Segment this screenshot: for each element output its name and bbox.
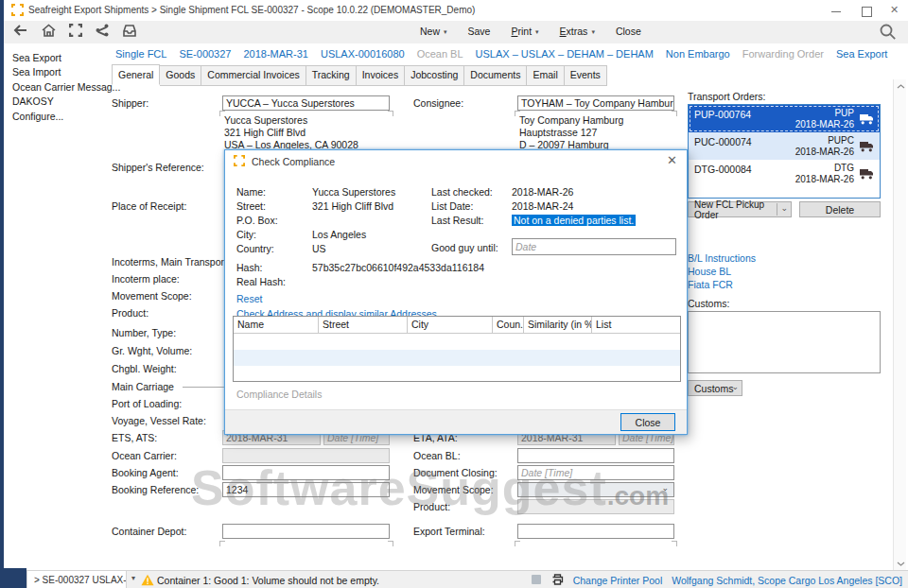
shipper-address: Yucca Superstores 321 High Cliff Blvd US… — [224, 114, 389, 151]
breadcrumb-shipment-type[interactable]: Single FCL — [115, 48, 166, 60]
tab-commercial-invoices[interactable]: Commercial Invoices — [201, 65, 306, 86]
breadcrumb-route[interactable]: USLAX – USLAX – DEHAM – DEHAM — [476, 48, 654, 60]
transport-order-row[interactable]: DTG-000084 DTG 2018-MAR-26 — [689, 160, 880, 187]
breadcrumb-ocean-bl: Ocean BL — [417, 48, 463, 60]
note-icon[interactable] — [531, 574, 542, 587]
document-tab[interactable]: > SE-000327 USLAX-00... — [26, 571, 127, 588]
column-street[interactable]: Street — [319, 317, 408, 333]
breadcrumb-shipment-number[interactable]: SE-000327 — [179, 48, 231, 60]
dialog-close-icon[interactable]: ✕ — [667, 153, 677, 167]
booking-reference-input[interactable]: 1234 — [222, 482, 390, 497]
ocean-carrier-input[interactable] — [222, 448, 390, 463]
sidebar-item-configure[interactable]: Configure... — [12, 110, 107, 124]
house-bl-link[interactable]: House BL — [688, 266, 731, 277]
number-type-label: Number, Type: — [112, 327, 176, 338]
scroll-down-icon[interactable] — [894, 557, 907, 570]
column-country[interactable]: Coun... — [493, 317, 524, 333]
home-icon[interactable] — [42, 24, 56, 37]
tray-icon[interactable] — [122, 24, 137, 37]
incoterms-label: Incoterms, Main Transport: — [112, 256, 230, 268]
good-guy-until-label: Good guy until: — [431, 242, 498, 253]
column-list[interactable]: List — [592, 317, 680, 333]
sidebar-item-sea-export[interactable]: Sea Export — [12, 51, 107, 65]
ets-ats-label: ETS, ATS: — [112, 432, 157, 443]
bl-instructions-link[interactable]: B/L Instructions — [688, 252, 756, 264]
container-depot-input[interactable] — [222, 524, 390, 539]
compliance-details-label: Compliance Details — [236, 389, 322, 400]
transport-order-row[interactable]: PUP-000764 PUP 2018-MAR-26 — [689, 105, 880, 132]
tab-email[interactable]: Email — [527, 65, 564, 86]
table-row — [234, 334, 680, 350]
change-printer-pool-link[interactable]: Change Printer Pool — [573, 575, 663, 586]
sidebar-item-sea-import[interactable]: Sea Import — [12, 65, 107, 79]
maximize-button[interactable] — [861, 6, 871, 16]
column-name[interactable]: Name — [234, 317, 319, 333]
sidebar: Sea Export Sea Import Ocean Carrier Mess… — [12, 51, 107, 124]
good-guy-until-input[interactable]: Date — [512, 238, 676, 255]
product-right-label: Product: — [413, 501, 450, 512]
titlebar: Seafreight Export Shipments > Single Shi… — [4, 0, 908, 21]
column-similarity[interactable]: Similarity (in %) — [524, 317, 592, 333]
scroll-up-icon[interactable] — [894, 79, 907, 93]
tab-events[interactable]: Events — [565, 65, 607, 86]
back-arrow-icon[interactable] — [13, 24, 28, 37]
tab-documents[interactable]: Documents — [464, 65, 527, 86]
product-input[interactable] — [517, 499, 674, 514]
printer-icon[interactable] — [551, 574, 564, 587]
sidebar-item-dakosy[interactable]: DAKOSY — [12, 95, 107, 109]
minimize-button[interactable] — [831, 6, 842, 16]
menu-print[interactable]: Print — [511, 26, 538, 37]
close-window-button[interactable] — [890, 6, 900, 16]
menu-extras[interactable]: Extras — [560, 26, 595, 37]
app-icon — [11, 4, 24, 18]
customs-button[interactable]: Customs — [688, 380, 742, 396]
shipper-input[interactable]: YUCCA – Yucca Superstores — [222, 95, 390, 111]
breadcrumb-reference[interactable]: USLAX-00016080 — [321, 48, 405, 60]
transport-orders-list: PUP-000764 PUP 2018-MAR-26 PUC-000074 PU… — [688, 104, 881, 199]
consignee-input[interactable]: TOYHAM – Toy Company Hamburg — [517, 95, 674, 111]
last-checked-label: Last checked: — [431, 186, 493, 198]
vertical-scrollbar[interactable] — [893, 79, 906, 570]
breadcrumb-date[interactable]: 2018-MAR-31 — [243, 48, 307, 60]
tab-general[interactable]: General — [112, 64, 160, 85]
ocean-bl-label: Ocean BL: — [413, 450, 461, 461]
breadcrumb-embargo[interactable]: Non Embargo — [666, 48, 730, 60]
movement-scope-dropdown[interactable] — [517, 482, 674, 497]
container-depot-label: Container Depot: — [112, 526, 186, 537]
fiata-fcr-link[interactable]: Fiata FCR — [688, 279, 733, 290]
table-header-row: Name Street City Coun... Similarity (in … — [234, 317, 680, 334]
menu-close[interactable]: Close — [616, 26, 641, 37]
ocean-carrier-label: Ocean Carrier: — [112, 450, 177, 461]
column-city[interactable]: City — [408, 317, 493, 333]
transport-order-row[interactable]: PUC-000074 PUPC 2018-MAR-26 — [689, 132, 880, 160]
validation-message: Container 1: Good 1: Volume should not b… — [157, 575, 379, 586]
search-icon[interactable] — [879, 23, 897, 43]
expand-icon[interactable] — [69, 24, 82, 37]
document-tab-caret-icon[interactable]: ▾ — [131, 574, 135, 582]
document-closing-input[interactable]: Date [Time] — [517, 465, 674, 480]
transport-orders-label: Transport Orders: — [688, 91, 765, 102]
customs-list[interactable] — [688, 311, 881, 373]
ocean-bl-input[interactable] — [517, 448, 674, 463]
street-label: Street: — [236, 200, 266, 212]
menu-new[interactable]: New — [420, 26, 447, 37]
export-terminal-input[interactable] — [517, 524, 674, 539]
tab-jobcosting[interactable]: Jobcosting — [405, 65, 464, 86]
tab-goods[interactable]: Goods — [160, 65, 201, 86]
menu-save[interactable]: Save — [468, 26, 491, 37]
delete-button[interactable]: Delete — [799, 201, 881, 217]
tab-tracking[interactable]: Tracking — [306, 65, 357, 86]
dialog-title: Check Compliance — [252, 156, 335, 167]
share-icon[interactable] — [96, 24, 109, 37]
sidebar-item-ocean-carrier-messages[interactable]: Ocean Carrier Messag... — [12, 80, 107, 95]
breadcrumb-sea-export[interactable]: Sea Export — [836, 48, 887, 60]
booking-agent-input[interactable] — [222, 465, 390, 480]
window-title: Seafreight Export Shipments > Single Shi… — [28, 5, 475, 15]
new-fcl-pickup-order-button[interactable]: New FCL Pickup Order — [688, 201, 792, 217]
tab-invoices[interactable]: Invoices — [357, 65, 406, 86]
user-profile-link[interactable]: Wolfgang Schmidt, Scope Cargo Los Angele… — [672, 575, 902, 586]
reset-link[interactable]: Reset — [236, 293, 262, 304]
app-window: Seafreight Export Shipments > Single Shi… — [0, 0, 908, 588]
dialog-close-button[interactable]: Close — [620, 413, 675, 431]
place-of-receipt-label: Place of Receipt: — [112, 200, 186, 212]
